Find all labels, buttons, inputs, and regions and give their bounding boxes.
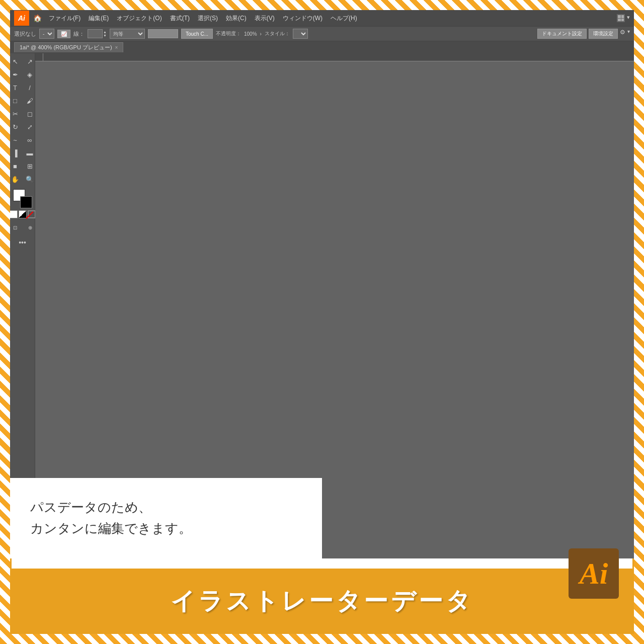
description-panel: パスデータのため、 カンタンに編集できます。 [10,478,322,558]
hand-tool[interactable]: ✋ [10,173,22,185]
tool-group-rect: □ 🖌 [10,95,37,107]
footer-title: イラストレーターデータ [171,585,473,617]
chevron-right-icon: › [260,31,262,37]
tool-group-graph: ▐ ▬ [10,147,37,159]
normal-mode[interactable] [10,210,18,218]
graph-btn[interactable]: 📈 [57,30,70,38]
more-btn[interactable]: ••• [16,236,30,249]
home-icon[interactable]: 🏠 [33,14,42,22]
rotate-tool[interactable]: ↻ [10,121,22,133]
pen-tool[interactable]: ✒ [10,68,22,80]
tool-group-misc: ✂ ◻ [10,108,37,120]
menu-file[interactable]: ファイル(F) [46,13,84,24]
tab-document[interactable]: 1ai* @ 400% (RGB/GPU プレビュー) × [14,42,123,52]
menu-type[interactable]: 書式(T) [167,13,193,24]
menu-bar: ファイル(F) 編集(E) オブジェクト(O) 書式(T) 選択(S) 効果(C… [46,13,360,24]
menu-select[interactable]: 選択(S) [195,13,221,24]
ai-logo-corner-text: Ai [580,556,608,591]
blend-tool[interactable]: ∞ [23,134,37,146]
more-tools: ••• [16,236,30,249]
stroke-profile[interactable]: 均等 [110,29,145,39]
tool-group-select: ↖ ↗ [10,55,37,67]
tab-close-btn[interactable]: × [115,45,118,50]
toolbar: 選択なし - 📈 線： ▲ ▼ 均等 Touch C... 不透明度： 100%… [10,26,634,41]
tool-group-pen: ✒ ◈ [10,68,37,80]
description-line1: パスデータのため、 [30,497,302,518]
settings-icon[interactable]: ⚙ [620,29,625,39]
stroke-color[interactable] [20,196,32,208]
opacity-label: 不透明度： [216,30,241,37]
tab-label: 1ai* @ 400% (RGB/GPU プレビュー) [20,44,112,51]
menu-effect[interactable]: 効果(C) [223,13,250,24]
scissors-tool[interactable]: ✂ [10,108,22,120]
color-preview[interactable] [148,29,178,38]
env-settings-btn[interactable]: 環境設定 [589,29,618,39]
selection-dropdown[interactable]: - [39,29,54,39]
selection-none: 選択なし [14,30,36,38]
menu-view[interactable]: 表示(V) [252,13,278,24]
warp-tool[interactable]: ~ [10,134,22,146]
panels-icon[interactable] [617,14,625,22]
stroke-label: 線： [73,30,85,38]
selection-tool[interactable]: ↖ [10,55,22,67]
tool-group-shape: T / [10,82,37,94]
title-bar: Ai 🏠 ファイル(F) 編集(E) オブジェクト(O) 書式(T) 選択(S)… [10,10,634,26]
description-line2: カンタンに編集できます。 [30,518,302,539]
anchor-tool[interactable]: ◈ [23,68,37,80]
tool-group-rotate: ↻ ⤢ [10,121,37,133]
opacity-value: 100% [244,31,257,37]
ai-window: Ai 🏠 ファイル(F) 編集(E) オブジェクト(O) 書式(T) 選択(S)… [10,10,634,558]
column-graph-tool[interactable]: ▐ [10,147,22,159]
tab-bar: 1ai* @ 400% (RGB/GPU プレビュー) × [10,41,634,53]
mesh-tool[interactable]: ⊞ [23,160,37,172]
perspective-tool[interactable]: ⊡ [10,221,22,233]
scale-tool[interactable]: ⤢ [23,121,37,133]
line-tool[interactable]: / [23,82,37,94]
color-mode-group [10,210,36,218]
tool-group-warp: ~ ∞ [10,134,37,146]
tool-group-handzoom: ✋ 🔍 [10,173,37,185]
touch-btn[interactable]: Touch C... [181,29,213,39]
ai-logo-corner: Ai [569,548,619,599]
ai-logo-header: Ai [14,11,29,26]
arrange-btn[interactable]: ▾ [627,14,630,22]
zoom-tool[interactable]: 🔍 [23,173,37,185]
menu-window[interactable]: ウィンドウ(W) [280,13,326,24]
gradient-mode[interactable] [19,210,27,218]
stroke-down[interactable]: ▼ [103,34,107,37]
menu-object[interactable]: オブジェクト(O) [114,13,165,24]
gradient-tool[interactable]: ■ [10,160,22,172]
extra-tools: ⊡ ⊕ [10,221,37,233]
style-dropdown[interactable] [293,29,308,39]
brush-tool[interactable]: 🖌 [23,95,37,107]
color-swatch-group [13,189,32,208]
footer-bar: イラストレーターデータ [10,569,634,634]
menu-help[interactable]: ヘルプ(H) [328,13,360,24]
eraser-tool[interactable]: ◻ [23,108,37,120]
rect-tool[interactable]: □ [10,95,22,107]
stroke-up[interactable]: ▲ [103,30,107,34]
direct-selection-tool[interactable]: ↗ [23,55,37,67]
stroke-input[interactable] [88,29,103,38]
type-tool[interactable]: T [10,82,22,94]
settings-arrow: ▾ [627,29,630,39]
none-mode[interactable] [28,210,36,218]
doc-settings-btn[interactable]: ドキュメント設定 [537,29,587,39]
bar-graph-tool[interactable]: ▬ [23,147,37,159]
ruler-top [35,53,634,61]
tool-group-grad: ■ ⊞ [10,160,37,172]
style-label: スタイル： [265,30,290,37]
menu-edit[interactable]: 編集(E) [86,13,112,24]
stroke-controls: ▲ ▼ [88,29,107,38]
